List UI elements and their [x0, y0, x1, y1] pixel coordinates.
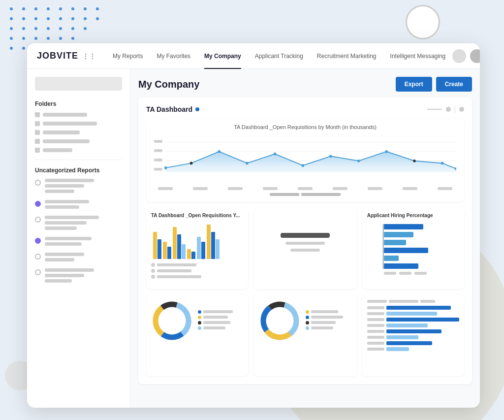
folder-item[interactable] [35, 148, 122, 153]
deco-circle-top-right [406, 5, 440, 39]
report-radio [35, 238, 41, 244]
area-fill [166, 152, 456, 173]
hiring-pct-x-labels [369, 272, 457, 275]
main-window: JOBVITE ⋮⋮ My ReportsMy FavoritesMy Comp… [27, 43, 480, 408]
nav-avatar[interactable] [470, 49, 480, 63]
text-line [45, 268, 94, 272]
donut-chart-2 [254, 295, 356, 376]
svg-point-10 [218, 150, 220, 153]
area-chart-container: TA Dashboard _Open Requisitions by Month… [146, 118, 464, 202]
svg-point-29 [266, 307, 294, 335]
report-item[interactable] [35, 179, 122, 195]
bg-dot [22, 37, 25, 40]
text-line [45, 226, 77, 230]
donut-2-container [259, 300, 351, 342]
area-chart-title: TA Dashboard _Open Requisitions by Month… [154, 124, 456, 130]
folder-item[interactable] [35, 121, 122, 126]
text-line [45, 221, 87, 225]
nav-item-my-company[interactable]: My Company [197, 43, 248, 69]
bar-chart-container [151, 222, 243, 259]
export-button[interactable]: Export [396, 77, 432, 92]
svg-point-15 [357, 160, 360, 162]
report-item[interactable] [35, 253, 122, 263]
svg-point-12 [274, 153, 277, 156]
hiring-pct-card: Applicant Hiring Percentage [362, 208, 464, 289]
nav-item-applicant-tracking[interactable]: Applicant Tracking [248, 43, 310, 69]
folder-icon [35, 139, 40, 144]
sidebar-divider [35, 160, 122, 160]
bg-dot [59, 17, 62, 20]
content-area: Folders Uncategorized Reports My Company… [27, 69, 480, 408]
area-chart-legend [154, 193, 456, 196]
bg-dot [84, 27, 87, 30]
text-line [45, 274, 84, 277]
svg-point-11 [246, 162, 249, 165]
bg-dot [47, 27, 50, 30]
donut-chart-1 [146, 295, 248, 376]
nav-bar: JOBVITE ⋮⋮ My ReportsMy FavoritesMy Comp… [27, 43, 480, 69]
search-input[interactable] [35, 77, 122, 91]
table-bar-header [367, 300, 459, 303]
svg-rect-0 [154, 140, 162, 143]
text-line [45, 279, 72, 283]
bg-dot [34, 17, 37, 20]
bg-dot [47, 37, 50, 40]
control-circle-1[interactable] [446, 107, 451, 112]
text-line [45, 216, 99, 219]
text-line [45, 253, 84, 256]
nav-item-my-favorites[interactable]: My Favorites [150, 43, 197, 69]
bg-dot [47, 17, 50, 20]
svg-point-24 [158, 307, 186, 335]
bg-dot [10, 7, 13, 10]
bar-chart-legend [151, 263, 243, 279]
dashboard-panel: TA Dashboard TA Dashboard _Open Requisit… [138, 97, 472, 384]
grid-icon[interactable]: ⋮⋮ [82, 52, 96, 60]
control-circle-2[interactable] [459, 107, 464, 112]
bg-dot [59, 37, 62, 40]
report-item[interactable] [35, 268, 122, 285]
header-buttons: Export Create [396, 77, 472, 92]
x-axis [154, 187, 456, 190]
middle-bar [281, 233, 330, 238]
bg-dot [34, 27, 37, 30]
hiring-pct-title: Applicant Hiring Percentage [367, 213, 459, 218]
bg-dot [71, 7, 74, 10]
logo: JOBVITE [37, 51, 78, 61]
folder-label [43, 122, 97, 126]
nav-item-intelligent-messaging[interactable]: Intelligent Messaging [383, 43, 453, 69]
nav-notifications[interactable] [452, 49, 466, 63]
folder-item[interactable] [35, 130, 122, 135]
folder-item[interactable] [35, 112, 122, 117]
donut-1-legend [198, 310, 243, 332]
bar-chart-title: TA Dashboard _Open Requisitions Y... [151, 213, 243, 218]
folder-label [43, 139, 90, 143]
bg-dot [84, 7, 87, 10]
report-text-lines [45, 237, 122, 248]
panel-header: TA Dashboard [146, 105, 464, 113]
svg-rect-1 [154, 149, 162, 152]
nav-item-my-reports[interactable]: My Reports [106, 43, 150, 69]
donut-1-container [151, 300, 243, 342]
report-item[interactable] [35, 200, 122, 211]
create-button[interactable]: Create [436, 77, 472, 92]
bg-dot [34, 37, 37, 40]
text-line [45, 190, 74, 193]
status-dot [195, 107, 199, 111]
folder-icon [35, 148, 40, 153]
svg-rect-2 [154, 159, 162, 162]
svg-point-16 [385, 150, 388, 153]
report-radio [35, 201, 41, 207]
bg-dot [71, 17, 74, 20]
uncategorized-title: Uncategorized Reports [35, 167, 122, 174]
bg-dot [59, 27, 62, 30]
nav-item-recruitment-marketing[interactable]: Recruitment Marketing [310, 43, 383, 69]
folder-item[interactable] [35, 139, 122, 144]
control-line-1 [427, 109, 442, 110]
bg-dot [10, 47, 13, 50]
report-item[interactable] [35, 216, 122, 232]
bg-dot [22, 47, 25, 50]
svg-point-9 [190, 162, 193, 165]
report-item[interactable] [35, 237, 122, 248]
page-title: My Company [138, 79, 199, 90]
control-divider [455, 105, 455, 113]
